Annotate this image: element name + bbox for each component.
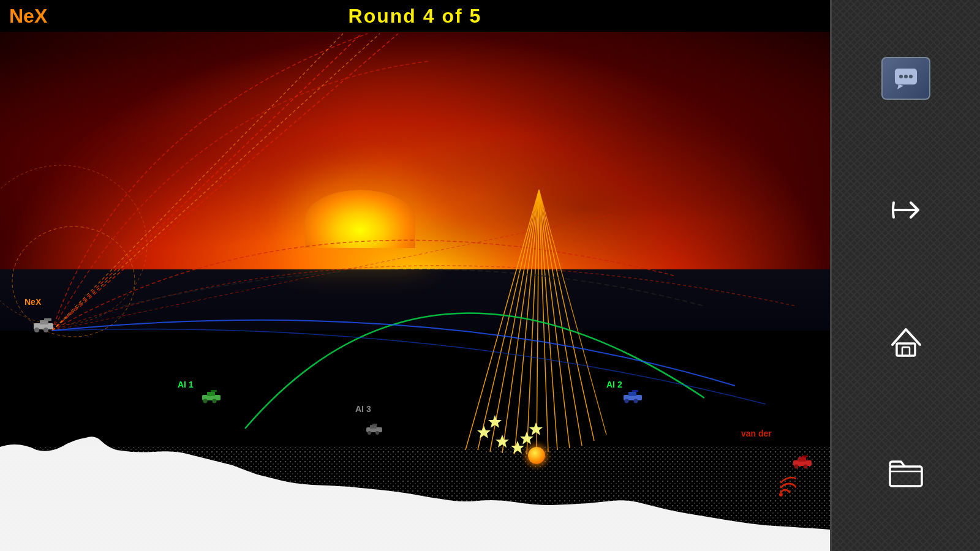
wifi-signal-icon <box>766 469 796 499</box>
svg-rect-31 <box>44 318 51 321</box>
player-label-nex: NeX <box>24 297 41 307</box>
svg-point-58 <box>909 75 913 78</box>
svg-point-47 <box>794 465 799 469</box>
svg-marker-24 <box>496 435 509 448</box>
svg-point-8 <box>12 227 135 337</box>
player-label-ai1: AI 1 <box>178 380 194 389</box>
svg-point-57 <box>904 75 908 78</box>
svg-line-6 <box>52 34 380 331</box>
round-info: Round 4 of 5 <box>349 5 482 28</box>
svg-point-9 <box>0 165 147 324</box>
player-label-ai2: AI 2 <box>606 380 622 389</box>
svg-rect-36 <box>211 390 217 392</box>
svg-point-37 <box>203 399 208 403</box>
svg-point-42 <box>625 399 629 403</box>
svg-point-38 <box>213 399 217 403</box>
return-button[interactable] <box>881 189 930 231</box>
projectile-ball <box>528 447 545 464</box>
svg-rect-51 <box>372 424 377 425</box>
home-button[interactable] <box>881 320 930 363</box>
svg-rect-41 <box>632 390 638 392</box>
main-container: NeX Round 4 of 5 NeX AI 1 AI 2 AI 3 van … <box>0 0 980 551</box>
svg-point-53 <box>375 431 379 435</box>
svg-rect-59 <box>897 343 915 356</box>
game-canvas <box>0 0 830 551</box>
chat-button[interactable] <box>881 57 930 100</box>
svg-rect-46 <box>802 455 808 457</box>
svg-line-5 <box>52 214 612 331</box>
top-bar: NeX Round 4 of 5 <box>0 0 830 32</box>
svg-rect-0 <box>0 447 830 551</box>
player-label-vander: van der <box>741 429 772 438</box>
svg-rect-35 <box>207 392 215 396</box>
svg-line-3 <box>52 34 361 331</box>
game-area[interactable]: NeX Round 4 of 5 NeX AI 1 AI 2 AI 3 van … <box>0 0 830 551</box>
svg-rect-40 <box>628 392 636 396</box>
svg-line-20 <box>539 190 582 446</box>
svg-point-54 <box>779 493 783 497</box>
svg-rect-61 <box>890 467 922 486</box>
folder-button[interactable] <box>881 452 930 495</box>
game-title: NeX <box>9 5 47 28</box>
svg-line-22 <box>539 190 606 435</box>
svg-marker-26 <box>520 432 533 444</box>
svg-point-33 <box>43 328 48 332</box>
svg-rect-30 <box>40 320 48 324</box>
svg-rect-60 <box>902 347 910 356</box>
svg-line-14 <box>514 190 539 454</box>
svg-line-7 <box>52 34 343 331</box>
svg-marker-23 <box>477 425 491 438</box>
svg-point-43 <box>634 399 638 403</box>
sidebar <box>830 0 980 551</box>
svg-rect-45 <box>798 457 806 462</box>
svg-point-56 <box>899 75 903 78</box>
svg-point-32 <box>34 328 39 332</box>
svg-marker-27 <box>529 422 543 435</box>
svg-point-48 <box>804 465 808 469</box>
svg-line-21 <box>539 190 594 441</box>
svg-line-12 <box>490 190 539 452</box>
player-label-ai3: AI 3 <box>355 404 371 414</box>
svg-point-52 <box>368 431 371 435</box>
